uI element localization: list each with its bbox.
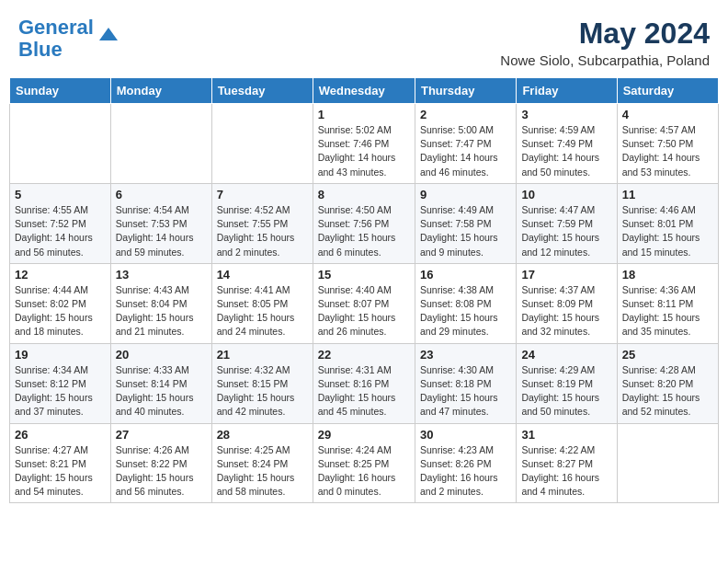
logo-text: General Blue	[18, 17, 94, 61]
calendar-day-cell: 21Sunrise: 4:32 AM Sunset: 8:15 PM Dayli…	[211, 343, 313, 423]
weekday-header-cell: Monday	[110, 78, 211, 104]
day-info: Sunrise: 4:30 AM Sunset: 8:18 PM Dayligh…	[420, 363, 511, 419]
day-info: Sunrise: 4:38 AM Sunset: 8:08 PM Dayligh…	[420, 283, 511, 339]
day-info: Sunrise: 5:02 AM Sunset: 7:46 PM Dayligh…	[318, 123, 410, 179]
day-number: 5	[15, 188, 106, 201]
day-number: 31	[521, 428, 611, 442]
calendar-day-cell: 18Sunrise: 4:36 AM Sunset: 8:11 PM Dayli…	[617, 263, 718, 343]
day-number: 30	[420, 428, 511, 442]
day-number: 29	[318, 428, 410, 442]
calendar-week-row: 1Sunrise: 5:02 AM Sunset: 7:46 PM Daylig…	[10, 104, 719, 184]
day-info: Sunrise: 4:50 AM Sunset: 7:56 PM Dayligh…	[318, 203, 410, 259]
day-number: 14	[217, 268, 308, 282]
logo: General Blue	[18, 17, 121, 61]
day-number: 16	[420, 268, 511, 282]
day-info: Sunrise: 4:40 AM Sunset: 8:07 PM Dayligh…	[318, 283, 410, 339]
logo-arrow-icon	[96, 22, 121, 48]
weekday-header-row: SundayMondayTuesdayWednesdayThursdayFrid…	[10, 78, 719, 104]
calendar-day-cell: 24Sunrise: 4:29 AM Sunset: 8:19 PM Dayli…	[517, 343, 617, 423]
day-number: 21	[217, 348, 308, 362]
calendar-week-row: 12Sunrise: 4:44 AM Sunset: 8:02 PM Dayli…	[10, 263, 719, 343]
day-number: 11	[622, 188, 713, 201]
day-info: Sunrise: 4:47 AM Sunset: 7:59 PM Dayligh…	[521, 203, 611, 259]
calendar-day-cell: 7Sunrise: 4:52 AM Sunset: 7:55 PM Daylig…	[211, 183, 313, 263]
day-info: Sunrise: 4:52 AM Sunset: 7:55 PM Dayligh…	[217, 203, 308, 259]
day-number: 25	[622, 348, 713, 362]
day-info: Sunrise: 5:00 AM Sunset: 7:47 PM Dayligh…	[420, 123, 511, 179]
day-info: Sunrise: 4:57 AM Sunset: 7:50 PM Dayligh…	[622, 123, 713, 179]
day-info: Sunrise: 4:28 AM Sunset: 8:20 PM Dayligh…	[622, 363, 713, 419]
day-number: 15	[318, 268, 410, 282]
day-info: Sunrise: 4:43 AM Sunset: 8:04 PM Dayligh…	[116, 283, 207, 339]
weekday-header-cell: Tuesday	[211, 78, 313, 104]
day-info: Sunrise: 4:33 AM Sunset: 8:14 PM Dayligh…	[116, 363, 207, 419]
calendar-day-cell: 6Sunrise: 4:54 AM Sunset: 7:53 PM Daylig…	[110, 183, 211, 263]
calendar-table: SundayMondayTuesdayWednesdayThursdayFrid…	[9, 77, 719, 503]
day-info: Sunrise: 4:25 AM Sunset: 8:24 PM Dayligh…	[217, 443, 308, 500]
page-header: General Blue May 2024 Nowe Siolo, Subcar…	[9, 9, 719, 72]
day-number: 19	[15, 348, 106, 362]
calendar-day-cell: 20Sunrise: 4:33 AM Sunset: 8:14 PM Dayli…	[110, 343, 211, 423]
calendar-day-cell: 31Sunrise: 4:22 AM Sunset: 8:27 PM Dayli…	[517, 423, 617, 503]
calendar-day-cell: 11Sunrise: 4:46 AM Sunset: 8:01 PM Dayli…	[617, 183, 718, 263]
day-info: Sunrise: 4:54 AM Sunset: 7:53 PM Dayligh…	[116, 203, 207, 259]
day-info: Sunrise: 4:27 AM Sunset: 8:21 PM Dayligh…	[15, 443, 106, 500]
day-info: Sunrise: 4:46 AM Sunset: 8:01 PM Dayligh…	[622, 203, 713, 259]
calendar-day-cell: 8Sunrise: 4:50 AM Sunset: 7:56 PM Daylig…	[313, 183, 415, 263]
day-number: 2	[420, 108, 511, 121]
calendar-day-cell: 15Sunrise: 4:40 AM Sunset: 8:07 PM Dayli…	[313, 263, 415, 343]
day-number: 6	[116, 188, 207, 201]
calendar-day-cell: 17Sunrise: 4:37 AM Sunset: 8:09 PM Dayli…	[517, 263, 617, 343]
calendar-body: 1Sunrise: 5:02 AM Sunset: 7:46 PM Daylig…	[10, 104, 719, 503]
calendar-week-row: 5Sunrise: 4:55 AM Sunset: 7:52 PM Daylig…	[10, 183, 719, 263]
calendar-week-row: 26Sunrise: 4:27 AM Sunset: 8:21 PM Dayli…	[10, 423, 719, 503]
title-area: May 2024 Nowe Siolo, Subcarpathia, Polan…	[500, 17, 710, 68]
day-number: 22	[318, 348, 410, 362]
day-info: Sunrise: 4:55 AM Sunset: 7:52 PM Dayligh…	[15, 203, 106, 259]
calendar-day-cell	[211, 104, 313, 184]
calendar-day-cell	[110, 104, 211, 184]
calendar-day-cell	[10, 104, 111, 184]
calendar-day-cell: 5Sunrise: 4:55 AM Sunset: 7:52 PM Daylig…	[10, 183, 111, 263]
calendar-day-cell: 13Sunrise: 4:43 AM Sunset: 8:04 PM Dayli…	[110, 263, 211, 343]
calendar-day-cell: 25Sunrise: 4:28 AM Sunset: 8:20 PM Dayli…	[617, 343, 718, 423]
weekday-header-cell: Sunday	[10, 78, 111, 104]
calendar-day-cell: 16Sunrise: 4:38 AM Sunset: 8:08 PM Dayli…	[415, 263, 516, 343]
day-info: Sunrise: 4:23 AM Sunset: 8:26 PM Dayligh…	[420, 443, 511, 500]
calendar-day-cell: 28Sunrise: 4:25 AM Sunset: 8:24 PM Dayli…	[211, 423, 313, 503]
calendar-day-cell: 27Sunrise: 4:26 AM Sunset: 8:22 PM Dayli…	[110, 423, 211, 503]
day-info: Sunrise: 4:24 AM Sunset: 8:25 PM Dayligh…	[318, 443, 410, 500]
calendar-day-cell: 19Sunrise: 4:34 AM Sunset: 8:12 PM Dayli…	[10, 343, 111, 423]
calendar-day-cell: 9Sunrise: 4:49 AM Sunset: 7:58 PM Daylig…	[415, 183, 516, 263]
day-number: 1	[318, 108, 410, 121]
calendar-day-cell: 29Sunrise: 4:24 AM Sunset: 8:25 PM Dayli…	[313, 423, 415, 503]
day-info: Sunrise: 4:37 AM Sunset: 8:09 PM Dayligh…	[521, 283, 611, 339]
weekday-header-cell: Saturday	[617, 78, 718, 104]
day-info: Sunrise: 4:29 AM Sunset: 8:19 PM Dayligh…	[521, 363, 611, 419]
day-number: 18	[622, 268, 713, 282]
calendar-day-cell: 14Sunrise: 4:41 AM Sunset: 8:05 PM Dayli…	[211, 263, 313, 343]
calendar-day-cell	[617, 423, 718, 503]
day-number: 10	[521, 188, 611, 201]
calendar-day-cell: 26Sunrise: 4:27 AM Sunset: 8:21 PM Dayli…	[10, 423, 111, 503]
day-info: Sunrise: 4:49 AM Sunset: 7:58 PM Dayligh…	[420, 203, 511, 259]
day-info: Sunrise: 4:22 AM Sunset: 8:27 PM Dayligh…	[521, 443, 611, 500]
day-number: 13	[116, 268, 207, 282]
calendar-day-cell: 3Sunrise: 4:59 AM Sunset: 7:49 PM Daylig…	[517, 104, 617, 184]
day-number: 12	[15, 268, 106, 282]
day-info: Sunrise: 4:31 AM Sunset: 8:16 PM Dayligh…	[318, 363, 410, 419]
calendar-day-cell: 30Sunrise: 4:23 AM Sunset: 8:26 PM Dayli…	[415, 423, 516, 503]
day-info: Sunrise: 4:32 AM Sunset: 8:15 PM Dayligh…	[217, 363, 308, 419]
calendar-day-cell: 1Sunrise: 5:02 AM Sunset: 7:46 PM Daylig…	[313, 104, 415, 184]
day-number: 3	[521, 108, 611, 121]
month-title: May 2024	[500, 17, 710, 51]
day-info: Sunrise: 4:26 AM Sunset: 8:22 PM Dayligh…	[116, 443, 207, 500]
day-info: Sunrise: 4:41 AM Sunset: 8:05 PM Dayligh…	[217, 283, 308, 339]
calendar-day-cell: 10Sunrise: 4:47 AM Sunset: 7:59 PM Dayli…	[517, 183, 617, 263]
calendar-day-cell: 2Sunrise: 5:00 AM Sunset: 7:47 PM Daylig…	[415, 104, 516, 184]
weekday-header-cell: Thursday	[415, 78, 516, 104]
day-number: 28	[217, 428, 308, 442]
day-number: 4	[622, 108, 713, 121]
day-info: Sunrise: 4:34 AM Sunset: 8:12 PM Dayligh…	[15, 363, 106, 419]
day-number: 9	[420, 188, 511, 201]
